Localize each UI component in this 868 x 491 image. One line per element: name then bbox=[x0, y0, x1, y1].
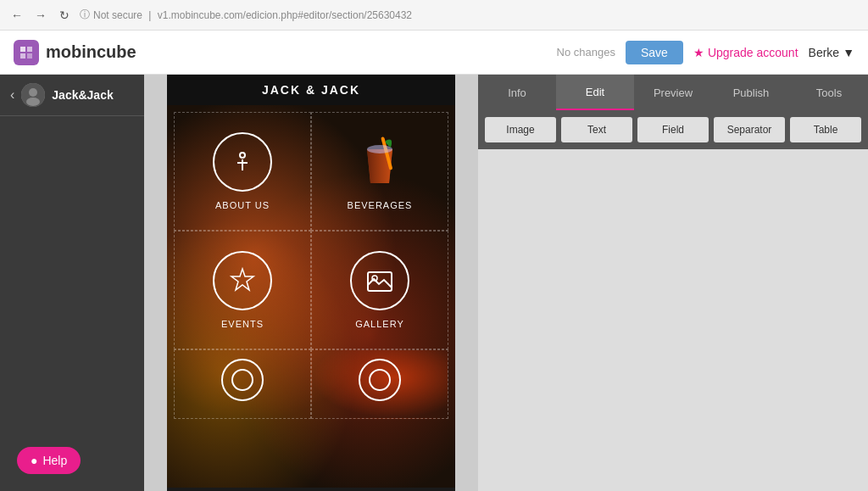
tab-edit[interactable]: Edit bbox=[556, 75, 634, 110]
svg-point-15 bbox=[232, 370, 253, 390]
top-nav: mobincube No changes Save ★ Upgrade acco… bbox=[0, 31, 868, 75]
svg-marker-12 bbox=[231, 269, 253, 290]
svg-rect-2 bbox=[20, 53, 25, 59]
security-indicator: ⓘ Not secure | v1.mobincube.com/edicion.… bbox=[80, 8, 412, 22]
svg-point-16 bbox=[370, 370, 390, 390]
text-button[interactable]: Text bbox=[561, 117, 632, 142]
about-us-label: ABOUT US bbox=[215, 200, 270, 210]
element-buttons-bar: Image Text Field Separator Table bbox=[478, 110, 868, 149]
logo-area: mobincube bbox=[14, 40, 557, 65]
user-menu[interactable]: Berke ▼ bbox=[809, 46, 854, 59]
grid-item-about-us[interactable]: ABOUT US bbox=[174, 112, 311, 231]
reload-btn[interactable]: ↻ bbox=[56, 7, 73, 24]
svg-point-6 bbox=[26, 98, 40, 106]
security-icon: ⓘ bbox=[80, 8, 90, 22]
image-button[interactable]: Image bbox=[485, 117, 556, 142]
logo-icon bbox=[14, 40, 39, 65]
svg-point-5 bbox=[29, 88, 37, 97]
url-text: v1.mobincube.com/edicion.php#editor/sect… bbox=[158, 9, 412, 21]
tab-tools[interactable]: Tools bbox=[790, 75, 868, 110]
back-button[interactable]: ‹ bbox=[10, 87, 14, 103]
save-button[interactable]: Save bbox=[626, 41, 683, 64]
svg-rect-0 bbox=[20, 47, 25, 52]
panel-tabs: Info Edit Preview Publish Tools bbox=[478, 75, 868, 110]
nav-actions: No changes Save ★ Upgrade account Berke … bbox=[557, 41, 854, 64]
forward-nav-btn[interactable]: → bbox=[32, 7, 49, 24]
site-name: Jack&Jack bbox=[52, 88, 113, 102]
table-button[interactable]: Table bbox=[790, 117, 861, 142]
tab-info[interactable]: Info bbox=[478, 75, 556, 110]
beverage-image bbox=[350, 132, 409, 192]
sidebar-header: ‹ Jack&Jack bbox=[0, 75, 144, 116]
grid-item-beverages[interactable]: BEVERAGES bbox=[311, 112, 448, 231]
chevron-down-icon: ▼ bbox=[843, 46, 854, 59]
mobile-title-bar: JACK & JACK bbox=[167, 75, 455, 105]
svg-point-7 bbox=[240, 153, 245, 158]
svg-rect-3 bbox=[27, 53, 32, 59]
about-us-icon-circle bbox=[213, 132, 272, 192]
grid-item-events[interactable]: EVENTS bbox=[174, 231, 311, 349]
browser-chrome: ← → ↻ ⓘ Not secure | v1.mobincube.com/ed… bbox=[0, 0, 868, 31]
mobile-content: ABOUT US bbox=[167, 105, 455, 488]
tab-publish[interactable]: Publish bbox=[712, 75, 790, 110]
mobile-grid: ABOUT US bbox=[167, 105, 455, 426]
svg-point-11 bbox=[367, 145, 392, 153]
star-icon: ★ bbox=[693, 46, 704, 59]
help-button[interactable]: ● Help bbox=[17, 447, 81, 474]
user-name: Berke bbox=[809, 46, 840, 59]
separator-button[interactable]: Separator bbox=[714, 117, 785, 142]
help-label: Help bbox=[42, 454, 67, 467]
gallery-icon-circle bbox=[350, 251, 409, 310]
item5-icon bbox=[221, 359, 264, 401]
events-icon-circle bbox=[213, 251, 272, 310]
logo-text: mobincube bbox=[46, 42, 136, 62]
editor-area: ‹ Jack&Jack JACK & JACK bbox=[0, 75, 868, 491]
right-panel: Info Edit Preview Publish Tools Image Te… bbox=[478, 75, 868, 491]
grid-item-5[interactable] bbox=[174, 349, 311, 419]
upgrade-button[interactable]: ★ Upgrade account bbox=[693, 46, 798, 59]
help-icon: ● bbox=[31, 454, 37, 467]
gallery-label: GALLERY bbox=[355, 319, 404, 329]
grid-item-6[interactable] bbox=[311, 349, 448, 419]
back-nav-btn[interactable]: ← bbox=[8, 7, 25, 24]
panel-content-area bbox=[478, 149, 868, 491]
item6-icon bbox=[359, 359, 401, 401]
events-label: EVENTS bbox=[221, 319, 264, 329]
beverages-label: BEVERAGES bbox=[348, 200, 413, 210]
site-avatar bbox=[21, 83, 45, 107]
secure-label: Not secure bbox=[93, 9, 142, 21]
left-sidebar: ‹ Jack&Jack bbox=[0, 75, 144, 491]
field-button[interactable]: Field bbox=[637, 117, 709, 142]
mobile-preview: JACK & JACK ABOUT US bbox=[144, 75, 478, 491]
grid-item-gallery[interactable]: GALLERY bbox=[311, 231, 448, 349]
mobile-frame: JACK & JACK ABOUT US bbox=[167, 75, 455, 491]
no-changes-label: No changes bbox=[557, 46, 615, 59]
upgrade-label: Upgrade account bbox=[708, 46, 798, 59]
svg-rect-1 bbox=[27, 47, 32, 52]
tab-preview[interactable]: Preview bbox=[634, 75, 712, 110]
